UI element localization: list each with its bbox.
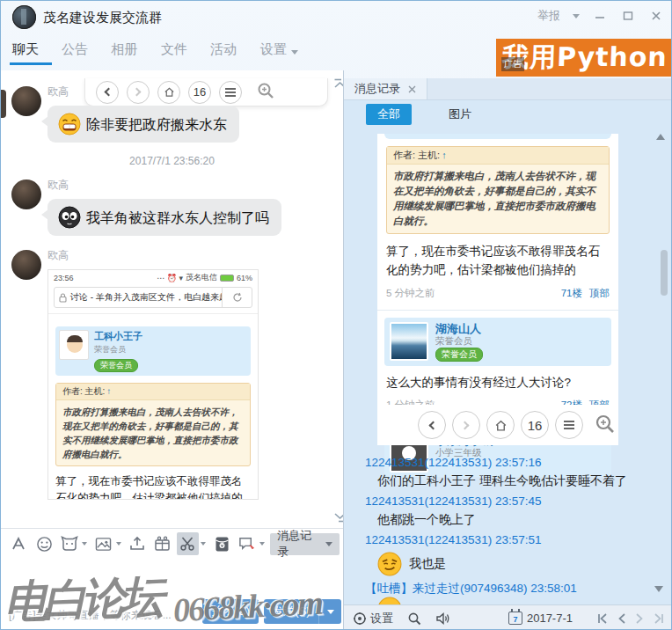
history-log: 122413531(122413531) 23:57:16 你们的工科小王子 理…	[365, 451, 654, 604]
calendar-day: 7	[513, 615, 517, 624]
log-entry-header[interactable]: 122413531(122413531) 23:57:51	[365, 531, 654, 548]
scroll-up-arrow[interactable]	[656, 134, 665, 140]
post-reply-text: 算了，现在市委书记应该不敢得罪茂名石化的势力吧，估计梁都被他们搞掉的	[386, 242, 610, 279]
zoom-in-icon[interactable]	[595, 414, 616, 437]
viewer-prev-button[interactable]	[418, 411, 446, 439]
upload-file-icon[interactable]	[127, 532, 149, 555]
composer-toolbar: 消息记录	[1, 529, 343, 559]
message-input[interactable]: [广告]美女帅哥直播，等你来观看... 关闭(C) 发送(S)	[1, 559, 343, 630]
history-settings-button[interactable]: 设置	[353, 611, 393, 626]
message-alert-icon[interactable]	[237, 532, 259, 555]
last-page-button[interactable]	[653, 613, 664, 624]
group-avatar[interactable]	[12, 5, 36, 29]
next-page-button[interactable]	[635, 613, 644, 624]
author-avatar[interactable]	[390, 322, 428, 361]
report-button[interactable]: 举报	[537, 8, 560, 24]
member-badge: 荣誉会员	[94, 359, 138, 372]
window-controls: 举报	[537, 8, 664, 24]
log-entry-text: 我也是	[377, 552, 654, 576]
viewer-page-button[interactable]: 16	[521, 411, 549, 439]
log-entry-header[interactable]: 【吐槽】来过走过(907496348) 23:58:01	[365, 580, 654, 597]
send-options-caret[interactable]	[318, 599, 341, 624]
forum-screenshot-viewer[interactable]: 作者: 主机:↑ 市政府打算搬来电白，茂南人去告状不许，现在又把羊的角砍去，好事…	[377, 134, 618, 445]
viewer-menu-button[interactable]	[555, 411, 583, 439]
maximize-button[interactable]	[620, 10, 636, 22]
current-date: 2017-7-1	[527, 612, 573, 625]
red-packet-icon[interactable]	[211, 532, 233, 555]
font-style-icon[interactable]	[8, 532, 30, 555]
emoticon-caret-icon[interactable]	[82, 542, 87, 546]
tab-announcement[interactable]: 公告	[62, 41, 88, 58]
viewer-home-button[interactable]	[486, 411, 515, 439]
quote-header: 作者: 主机:↑	[56, 384, 250, 400]
sound-toggle-button[interactable]	[435, 612, 451, 626]
chat-message-list: 16 欧高 除非要把政府搬来水东 2017/7/1 23:56:20	[1, 70, 343, 528]
tab-settings[interactable]: 设置	[260, 41, 287, 58]
close-button[interactable]	[648, 10, 664, 22]
quote-jump-arrow: ↑	[442, 150, 447, 160]
divider	[48, 313, 258, 314]
prev-page-button[interactable]	[617, 613, 626, 624]
log-entry-text: 你们的工科小王子 理科生今晚估计要睡不着了	[377, 472, 654, 489]
viewer-next-button[interactable]	[452, 411, 480, 439]
post-time-ago: 5 分钟之前	[386, 287, 435, 300]
filter-all-button[interactable]: 全部	[366, 104, 412, 125]
ad-banner[interactable]: 我用Python 广告	[496, 39, 672, 77]
shared-screenshot-image[interactable]: 23:56 ⋯ ⏰ ▾ 茂名电信 61% 讨论 - 羊角并入茂南区文件，电白越来…	[47, 269, 259, 500]
emoji-picker-icon[interactable]	[33, 532, 55, 555]
screenshot-scissors-icon[interactable]	[177, 532, 199, 555]
tab-files[interactable]: 文件	[161, 41, 187, 58]
author-name: 湖海山人	[435, 322, 483, 335]
send-image-icon[interactable]	[92, 532, 114, 555]
log-entry-header[interactable]: 122413531(122413531) 23:57:16	[365, 454, 654, 471]
chat-message: 欧高 除非要把政府搬来水东	[1, 84, 343, 143]
history-tab-bar: 消息记录	[344, 78, 672, 100]
message-bubble[interactable]: 除非要把政府搬来水东	[47, 106, 239, 143]
forum-post-author-card: 湖海山人 荣誉会员 荣誉会员	[384, 318, 611, 366]
chat-message: 欧高 23:56 ⋯ ⏰ ▾ 茂名电信 61%	[1, 248, 343, 500]
scrollbar-thumb[interactable]	[661, 250, 668, 296]
member-badge: 荣誉会员	[435, 348, 483, 362]
scroll-down-arrow[interactable]	[654, 586, 663, 592]
first-page-button[interactable]	[597, 613, 609, 624]
history-tab[interactable]: 消息记录	[344, 78, 427, 99]
tab-close-icon[interactable]	[408, 85, 416, 93]
alert-caret-icon[interactable]	[259, 542, 265, 546]
settings-caret-icon[interactable]	[291, 50, 298, 55]
screenshot-statusbar: 23:56 ⋯ ⏰ ▾ 茂名电信 61%	[48, 270, 258, 283]
send-button[interactable]: 发送(S)	[264, 599, 318, 624]
sender-avatar[interactable]	[11, 250, 41, 280]
window-title: 茂名建设发展交流群	[43, 10, 162, 26]
message-history-panel: 消息记录 全部 图片 作者: 主机:↑ 市政府打算搬来电白，茂南人去告状不许，现…	[344, 78, 672, 630]
refresh-icon	[222, 288, 252, 307]
tab-chat[interactable]: 聊天	[12, 41, 39, 58]
filter-images-button[interactable]: 图片	[449, 106, 471, 122]
report-caret-icon[interactable]	[573, 14, 580, 18]
floor-link: 71楼	[561, 287, 582, 300]
composer-buttons: 关闭(C) 发送(S)	[202, 599, 341, 624]
screenshot-caret-icon[interactable]	[201, 542, 206, 546]
activity-gift-icon[interactable]	[152, 532, 174, 555]
message-text: 除非要把政府搬来水东	[86, 117, 227, 132]
image-caret-icon[interactable]	[116, 542, 121, 546]
sender-name: 欧高	[47, 248, 343, 263]
browser-address-bar: 讨论 - 羊角并入茂南区文件，电白越来越 | 第 3 页	[54, 287, 252, 308]
sender-avatar[interactable]	[11, 86, 41, 116]
log-entry-header[interactable]: 122413531(122413531) 23:57:45	[365, 493, 654, 509]
date-picker[interactable]: 7 2017-7-1	[508, 612, 573, 625]
close-chat-button[interactable]: 关闭(C)	[202, 599, 259, 624]
history-tab-label: 消息记录	[354, 81, 400, 97]
message-history-button[interactable]: 消息记录	[270, 533, 340, 555]
tab-album[interactable]: 相册	[111, 41, 137, 58]
sender-avatar[interactable]	[11, 179, 41, 209]
expand-panel-icon[interactable]	[333, 510, 343, 526]
custom-emoticon-icon[interactable]	[58, 532, 80, 555]
post-meta-row: 5 分钟之前 71楼 顶部	[386, 287, 610, 300]
author-rank: 荣誉会员	[94, 344, 142, 355]
dark-face-emoji-icon	[58, 206, 81, 229]
ad-text: 我用Python	[501, 40, 668, 76]
minimize-button[interactable]	[592, 10, 608, 22]
tab-activity[interactable]: 活动	[210, 41, 237, 58]
message-bubble[interactable]: 我羊角被这群水东人控制了吗	[47, 199, 281, 236]
history-search-button[interactable]	[407, 612, 421, 626]
